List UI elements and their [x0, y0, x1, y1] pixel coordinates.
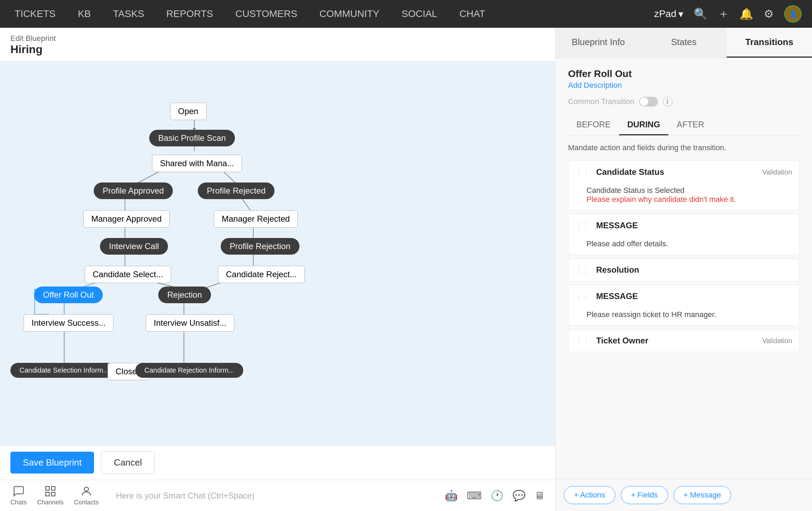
node-manager-approved[interactable]: Manager Approved: [83, 210, 170, 228]
validation-badge: Validation: [762, 337, 792, 345]
blueprint-canvas[interactable]: Open Basic Profile Scan Shared with Mana…: [0, 62, 555, 445]
field-name: MESSAGE: [596, 291, 792, 301]
node-manager-rejected[interactable]: Manager Rejected: [214, 210, 298, 228]
edit-blueprint-label: Edit Blueprint: [10, 34, 545, 43]
contacts-icon[interactable]: Contacts: [74, 485, 99, 506]
add-icon[interactable]: ＋: [718, 6, 729, 22]
blueprint-title: Hiring: [10, 43, 545, 56]
field-name: MESSAGE: [596, 221, 792, 230]
right-footer: + Actions + Fields + Message: [556, 479, 812, 511]
add-message-button[interactable]: + Message: [674, 486, 731, 504]
add-fields-button[interactable]: + Fields: [621, 486, 668, 504]
svg-rect-21: [46, 492, 50, 496]
node-open[interactable]: Open: [170, 103, 206, 120]
nav-kb[interactable]: KB: [74, 6, 95, 22]
smart-chat-input[interactable]: Here is your Smart Chat (Ctrl+Space): [109, 491, 434, 501]
drag-handle[interactable]: ⋮⋮: [575, 266, 589, 274]
save-blueprint-button[interactable]: Save Blueprint: [10, 452, 94, 474]
nav-community[interactable]: COMMUNITY: [315, 6, 384, 22]
node-basic-profile-scan[interactable]: Basic Profile Scan: [149, 130, 235, 146]
transition-name: Offer Roll Out: [568, 68, 800, 79]
svg-rect-20: [51, 487, 55, 491]
tab-transitions[interactable]: Transitions: [727, 28, 812, 58]
field-body-line1: Please reassign ticket to HR manager.: [586, 310, 792, 319]
tab-blueprint-info[interactable]: Blueprint Info: [556, 28, 641, 58]
screen-icon[interactable]: 🖥: [534, 490, 545, 502]
field-row-3: ⋮⋮ MESSAGE Please reassign ticket to HR …: [568, 285, 800, 326]
field-body: Candidate Status is SelectedPlease expla…: [568, 183, 799, 210]
drag-handle[interactable]: ⋮⋮: [575, 168, 589, 176]
field-row-2: ⋮⋮ Resolution: [568, 258, 800, 281]
cancel-button[interactable]: Cancel: [101, 451, 155, 474]
svg-rect-19: [46, 487, 50, 491]
right-panel: Blueprint Info States Transitions Offer …: [555, 28, 812, 511]
search-icon[interactable]: 🔍: [694, 7, 708, 20]
field-name: Candidate Status: [596, 167, 758, 177]
field-row-1: ⋮⋮ MESSAGE Please add offer details.: [568, 214, 800, 255]
add-actions-button[interactable]: + Actions: [564, 486, 615, 504]
node-interview-unsatisf[interactable]: Interview Unsatisf...: [146, 314, 234, 332]
drag-handle[interactable]: ⋮⋮: [575, 221, 589, 230]
clock-icon[interactable]: 🕐: [491, 489, 504, 502]
chat-ai-icon[interactable]: 🤖: [445, 489, 458, 502]
nav-social[interactable]: SOCIAL: [397, 6, 441, 22]
field-body-line1: Please add offer details.: [586, 239, 792, 248]
tab-states[interactable]: States: [641, 28, 726, 58]
svg-rect-22: [51, 492, 55, 496]
node-interview-call[interactable]: Interview Call: [100, 238, 168, 255]
common-transition-info-icon[interactable]: ℹ: [663, 97, 673, 107]
nav-tickets[interactable]: TICKETS: [10, 6, 60, 22]
field-body-line1: Candidate Status is Selected: [586, 186, 792, 195]
node-candidate-rejection-inform[interactable]: Candidate Rejection Inform...: [135, 363, 243, 378]
left-panel: Edit Blueprint Hiring: [0, 28, 555, 511]
settings-icon[interactable]: ⚙: [764, 7, 774, 20]
avatar[interactable]: 👤: [784, 5, 802, 23]
node-candidate-reject[interactable]: Candidate Reject...: [218, 266, 305, 283]
nav-chat[interactable]: CHAT: [455, 6, 489, 22]
notification-icon[interactable]: 🔔: [739, 7, 753, 20]
bottom-bar: Save Blueprint Cancel: [0, 445, 555, 480]
field-row-0: ⋮⋮ Candidate Status Validation Candidate…: [568, 161, 800, 211]
field-row-4: ⋮⋮ Ticket Owner Validation: [568, 329, 800, 352]
common-transition-toggle[interactable]: [639, 97, 658, 107]
nav-reports[interactable]: REPORTS: [162, 6, 217, 22]
mandate-text: Mandate action and fields during the tra…: [568, 143, 800, 152]
right-panel-content: Offer Roll Out Add Description Common Tr…: [556, 58, 812, 479]
node-profile-approved[interactable]: Profile Approved: [94, 182, 173, 199]
field-name: Ticket Owner: [596, 336, 758, 346]
common-transition-label: Common Transition: [568, 97, 634, 106]
keyboard-icon[interactable]: ⌨: [467, 489, 482, 502]
sub-tab-before[interactable]: BEFORE: [568, 115, 619, 135]
chat-bar: Chats Channels Contacts Here is your Sma…: [0, 480, 555, 511]
field-body: Please reassign ticket to HR manager.: [568, 307, 799, 325]
node-candidate-select[interactable]: Candidate Select...: [85, 266, 171, 283]
node-profile-rejected[interactable]: Profile Rejected: [198, 182, 274, 199]
comment-icon[interactable]: 💬: [513, 489, 525, 502]
chats-icon[interactable]: Chats: [10, 485, 27, 506]
right-panel-tabs: Blueprint Info States Transitions: [556, 28, 812, 58]
node-offer-roll-out[interactable]: Offer Roll Out: [34, 287, 103, 303]
node-candidate-selection-inform[interactable]: Candidate Selection Inform...: [10, 363, 118, 378]
drag-handle[interactable]: ⋮⋮: [575, 337, 589, 345]
zpad-label[interactable]: zPad ▾: [654, 8, 683, 20]
nav-tasks[interactable]: TASKS: [109, 6, 149, 22]
svg-point-23: [84, 487, 88, 491]
node-profile-rejection[interactable]: Profile Rejection: [221, 238, 299, 255]
nav-customers[interactable]: CUSTOMERS: [231, 6, 301, 22]
sub-tab-after[interactable]: AFTER: [668, 115, 712, 135]
field-name: Resolution: [596, 265, 792, 275]
node-shared-with-mana[interactable]: Shared with Mana...: [152, 155, 242, 172]
validation-badge: Validation: [762, 168, 792, 176]
add-description-link[interactable]: Add Description: [568, 81, 800, 90]
field-body: Please add offer details.: [568, 237, 799, 255]
node-interview-success[interactable]: Interview Success...: [24, 314, 113, 332]
sub-tabs: BEFORE DURING AFTER: [568, 115, 800, 136]
common-transition-row: Common Transition ℹ: [568, 97, 800, 107]
channels-icon[interactable]: Channels: [37, 485, 64, 506]
sub-tab-during[interactable]: DURING: [619, 115, 669, 135]
chat-bar-actions: 🤖 ⌨ 🕐 💬 🖥: [445, 489, 545, 502]
top-navigation: TICKETS KB TASKS REPORTS CUSTOMERS COMMU…: [0, 0, 812, 28]
blueprint-header: Edit Blueprint Hiring: [0, 28, 555, 62]
node-rejection[interactable]: Rejection: [158, 287, 211, 303]
drag-handle[interactable]: ⋮⋮: [575, 292, 589, 300]
